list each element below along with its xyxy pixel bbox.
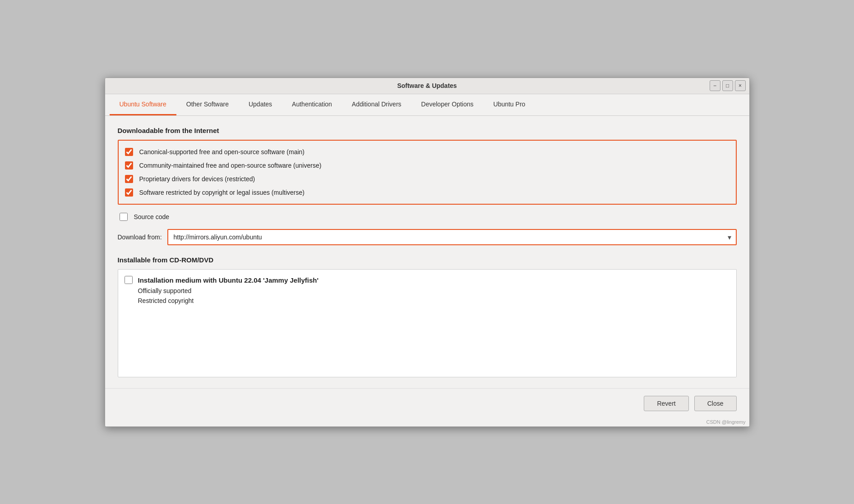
main-content: Downloadable from the Internet Canonical…	[105, 116, 749, 388]
downloadable-checkboxes-group: Canonical-supported free and open-source…	[118, 140, 737, 205]
checkbox-source-code[interactable]: Source code	[118, 209, 737, 225]
cdrom-item-title: Installation medium with Ubuntu 22.04 'J…	[138, 275, 319, 286]
tab-developer-options[interactable]: Developer Options	[411, 94, 484, 115]
main-window: Software & Updates − □ × Ubuntu Software…	[105, 78, 750, 427]
cdrom-item-text: Installation medium with Ubuntu 22.04 'J…	[138, 275, 319, 306]
footer: Revert Close	[105, 388, 749, 418]
tab-authentication[interactable]: Authentication	[282, 94, 342, 115]
cdrom-checkbox-input[interactable]	[125, 276, 133, 284]
checkbox-main[interactable]: Canonical-supported free and open-source…	[125, 145, 729, 159]
downloadable-section-title: Downloadable from the Internet	[118, 127, 737, 134]
checkbox-multiverse-input[interactable]	[125, 188, 133, 197]
checkbox-main-input[interactable]	[125, 148, 133, 156]
checkbox-universe-input[interactable]	[125, 161, 133, 170]
minimize-button[interactable]: −	[710, 80, 720, 91]
download-from-row: Download from: ▾	[118, 229, 737, 245]
checkbox-restricted[interactable]: Proprietary drivers for devices (restric…	[125, 172, 729, 186]
cdrom-box: Installation medium with Ubuntu 22.04 'J…	[118, 269, 737, 377]
cdrom-item-line2: Restricted copyright	[138, 296, 319, 306]
cdrom-item-line1: Officially supported	[138, 286, 319, 296]
download-from-label: Download from:	[118, 234, 162, 241]
tab-ubuntu-pro[interactable]: Ubuntu Pro	[484, 94, 535, 115]
window-title: Software & Updates	[145, 82, 710, 89]
tab-ubuntu-software[interactable]: Ubuntu Software	[110, 94, 176, 115]
download-from-select-wrapper[interactable]: ▾	[167, 229, 737, 245]
titlebar: Software & Updates − □ ×	[105, 78, 749, 94]
tab-bar: Ubuntu Software Other Software Updates A…	[105, 94, 749, 116]
cdrom-section-title: Installable from CD-ROM/DVD	[118, 256, 737, 264]
cdrom-item: Installation medium with Ubuntu 22.04 'J…	[125, 275, 730, 306]
tab-additional-drivers[interactable]: Additional Drivers	[342, 94, 411, 115]
checkbox-universe[interactable]: Community-maintained free and open-sourc…	[125, 159, 729, 172]
close-button-footer[interactable]: Close	[694, 396, 737, 411]
revert-button[interactable]: Revert	[644, 396, 688, 411]
checkbox-source-code-input[interactable]	[120, 213, 128, 221]
checkbox-multiverse[interactable]: Software restricted by copyright or lega…	[125, 186, 729, 199]
tab-other-software[interactable]: Other Software	[176, 94, 239, 115]
maximize-button[interactable]: □	[722, 80, 733, 91]
checkbox-restricted-input[interactable]	[125, 175, 133, 183]
close-button[interactable]: ×	[735, 80, 746, 91]
download-from-input[interactable]	[168, 230, 736, 244]
tab-updates[interactable]: Updates	[239, 94, 282, 115]
window-controls: − □ ×	[710, 80, 746, 91]
watermark: CSDN @lingremy	[105, 418, 749, 426]
